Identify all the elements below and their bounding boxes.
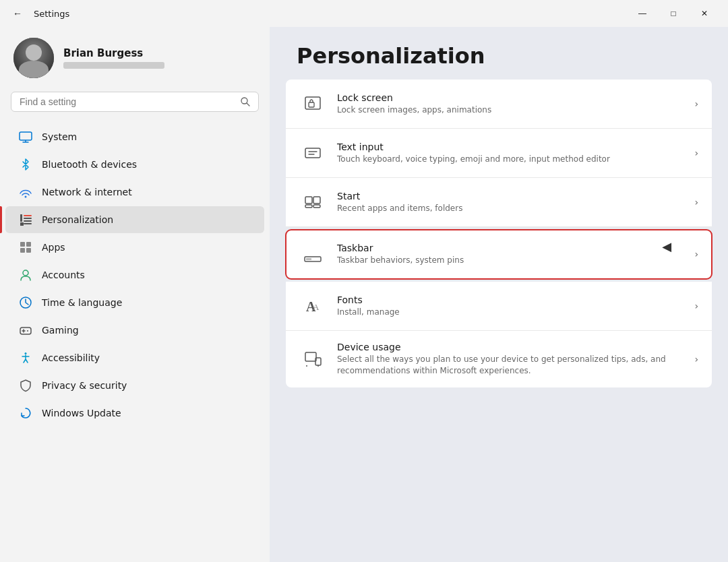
avatar bbox=[13, 38, 54, 78]
svg-point-5 bbox=[25, 196, 27, 198]
svg-line-1 bbox=[247, 103, 249, 106]
svg-point-17 bbox=[27, 330, 28, 332]
sidebar-item-accessibility[interactable]: Accessibility bbox=[5, 344, 264, 371]
avatar-image bbox=[13, 38, 54, 78]
svg-rect-24 bbox=[305, 197, 312, 204]
svg-point-35 bbox=[306, 365, 307, 367]
sidebar: Brian Burgess bbox=[0, 27, 270, 562]
start-title: Start bbox=[337, 191, 694, 201]
svg-rect-21 bbox=[305, 148, 320, 158]
personalization-icon bbox=[19, 213, 32, 226]
svg-point-18 bbox=[25, 352, 27, 354]
title-bar-left: ← Settings bbox=[8, 4, 69, 23]
sidebar-item-accounts-label: Accounts bbox=[42, 270, 85, 280]
sidebar-item-time-label: Time & language bbox=[42, 297, 122, 308]
system-icon bbox=[19, 130, 32, 144]
taskbar-icon bbox=[299, 241, 326, 268]
device-usage-icon bbox=[299, 346, 326, 373]
fonts-chevron: › bbox=[694, 301, 698, 311]
sidebar-item-privacy[interactable]: Privacy & security bbox=[5, 372, 264, 399]
fonts-text: Fonts Install, manage bbox=[337, 294, 694, 318]
text-input-desc: Touch keyboard, voice typing, emoji and … bbox=[337, 154, 694, 165]
text-input-chevron: › bbox=[694, 148, 698, 158]
setting-fonts[interactable]: A A Fonts Install, manage › bbox=[286, 282, 712, 331]
svg-rect-9 bbox=[26, 242, 31, 247]
device-usage-chevron: › bbox=[694, 354, 698, 365]
svg-rect-10 bbox=[20, 248, 25, 253]
lock-screen-text: Lock screen Lock screen images, apps, an… bbox=[337, 92, 694, 116]
page-title: Personalization bbox=[297, 43, 701, 69]
minimize-button[interactable]: — bbox=[627, 3, 658, 24]
user-info: Brian Burgess bbox=[63, 47, 164, 69]
app-title: Settings bbox=[34, 9, 69, 19]
back-button[interactable]: ← bbox=[8, 4, 27, 23]
sidebar-item-personalization-label: Personalization bbox=[42, 214, 113, 225]
taskbar-desc: Taskbar behaviors, system pins bbox=[337, 255, 694, 266]
svg-rect-11 bbox=[26, 248, 31, 253]
search-input[interactable] bbox=[20, 96, 235, 107]
page-header: Personalization bbox=[270, 27, 728, 80]
sidebar-item-apps[interactable]: Apps bbox=[5, 234, 264, 261]
sidebar-item-system[interactable]: System bbox=[5, 123, 264, 150]
device-usage-desc: Select all the ways you plan to use your… bbox=[337, 354, 694, 377]
svg-rect-29 bbox=[306, 258, 311, 260]
lock-screen-desc: Lock screen images, apps, animations bbox=[337, 104, 694, 116]
search-container bbox=[0, 92, 270, 123]
sidebar-item-time[interactable]: Time & language bbox=[5, 289, 264, 316]
lock-screen-icon bbox=[299, 90, 326, 117]
sidebar-item-privacy-label: Privacy & security bbox=[42, 380, 127, 391]
sidebar-item-update[interactable]: Windows Update bbox=[5, 400, 264, 427]
accessibility-icon bbox=[19, 351, 32, 365]
svg-rect-25 bbox=[313, 197, 320, 204]
sidebar-item-update-label: Windows Update bbox=[42, 408, 121, 418]
taskbar-text: Taskbar Taskbar behaviors, system pins bbox=[337, 243, 694, 266]
svg-rect-7 bbox=[20, 214, 22, 222]
setting-lock-screen[interactable]: Lock screen Lock screen images, apps, an… bbox=[286, 80, 712, 129]
search-icon bbox=[241, 97, 250, 106]
user-name: Brian Burgess bbox=[63, 47, 164, 59]
apps-icon bbox=[19, 241, 32, 254]
sidebar-item-system-label: System bbox=[42, 131, 77, 142]
svg-rect-2 bbox=[20, 132, 32, 140]
maximize-button[interactable]: □ bbox=[658, 3, 689, 24]
device-usage-title: Device usage bbox=[337, 342, 694, 352]
taskbar-title: Taskbar bbox=[337, 243, 694, 253]
svg-rect-20 bbox=[309, 102, 314, 107]
text-input-title: Text input bbox=[337, 142, 694, 152]
close-button[interactable]: ✕ bbox=[689, 3, 720, 24]
search-box bbox=[11, 92, 259, 112]
setting-start[interactable]: Start Recent apps and items, folders › bbox=[286, 178, 712, 227]
settings-list: Lock screen Lock screen images, apps, an… bbox=[270, 80, 728, 404]
window-controls: — □ ✕ bbox=[627, 3, 720, 24]
user-email-blurred bbox=[63, 62, 164, 69]
text-input-icon bbox=[299, 139, 326, 166]
start-text: Start Recent apps and items, folders bbox=[337, 191, 694, 214]
fonts-desc: Install, manage bbox=[337, 307, 694, 318]
sidebar-item-accounts[interactable]: Accounts bbox=[5, 261, 264, 288]
title-bar: ← Settings — □ ✕ bbox=[0, 0, 728, 27]
app-container: Brian Burgess bbox=[0, 27, 728, 562]
sidebar-item-bluetooth-label: Bluetooth & devices bbox=[42, 159, 137, 170]
sidebar-item-personalization[interactable]: Personalization bbox=[5, 206, 264, 233]
setting-text-input[interactable]: Text input Touch keyboard, voice typing,… bbox=[286, 129, 712, 178]
lock-screen-chevron: › bbox=[694, 98, 698, 109]
sidebar-nav: System Bluetooth & devices bbox=[0, 123, 270, 427]
sidebar-item-gaming[interactable]: Gaming bbox=[5, 317, 264, 344]
setting-taskbar[interactable]: Taskbar Taskbar behaviors, system pins ›… bbox=[286, 230, 712, 279]
gaming-icon bbox=[19, 323, 32, 337]
bluetooth-icon bbox=[19, 158, 32, 171]
text-input-text: Text input Touch keyboard, voice typing,… bbox=[337, 142, 694, 165]
sidebar-item-network[interactable]: Network & internet bbox=[5, 179, 264, 206]
sidebar-item-network-label: Network & internet bbox=[42, 187, 132, 197]
svg-text:A: A bbox=[313, 302, 320, 312]
fonts-icon: A A bbox=[299, 292, 326, 319]
setting-device-usage[interactable]: Device usage Select all the ways you pla… bbox=[286, 331, 712, 387]
sidebar-item-bluetooth[interactable]: Bluetooth & devices bbox=[5, 151, 264, 178]
svg-rect-26 bbox=[305, 205, 312, 208]
main-content: Personalization Lock screen Lock screen … bbox=[270, 27, 728, 562]
device-usage-text: Device usage Select all the ways you pla… bbox=[337, 342, 694, 377]
svg-rect-6 bbox=[20, 222, 24, 226]
time-icon bbox=[19, 296, 32, 309]
svg-rect-8 bbox=[20, 242, 25, 247]
start-chevron: › bbox=[694, 197, 698, 208]
